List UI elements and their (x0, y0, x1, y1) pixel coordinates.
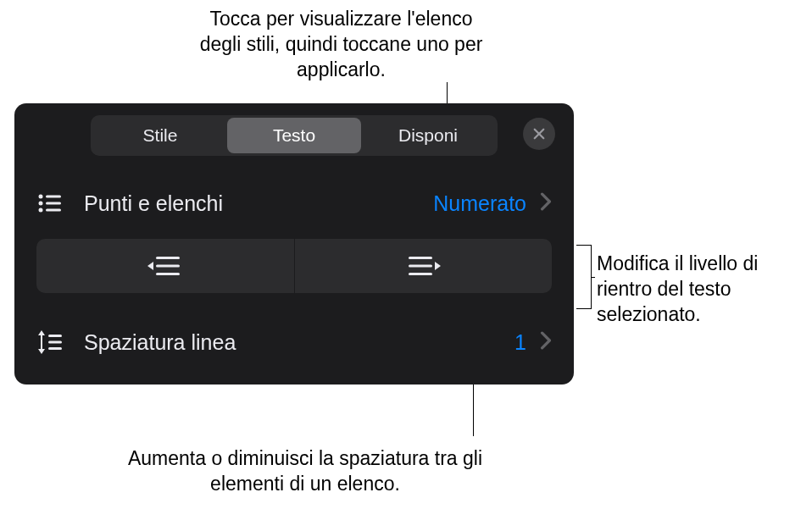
indent-controls (36, 239, 552, 293)
callout-right: Modifica il livello di rientro del testo… (597, 252, 800, 328)
callout-top: Tocca per visualizzare l'elenco degli st… (199, 7, 483, 83)
svg-rect-19 (48, 335, 62, 337)
leader-bracket (576, 245, 592, 309)
tab-style[interactable]: Stile (93, 118, 227, 153)
tab-arrange[interactable]: Disponi (361, 118, 495, 153)
outdent-icon (147, 253, 183, 279)
close-icon (531, 126, 547, 141)
svg-rect-10 (156, 273, 180, 275)
svg-rect-5 (46, 202, 61, 205)
list-icon (36, 190, 64, 217)
svg-point-6 (39, 208, 43, 213)
svg-point-2 (39, 195, 43, 199)
svg-rect-7 (46, 209, 61, 212)
svg-rect-9 (156, 265, 180, 268)
indent-icon (405, 253, 441, 279)
callout-bottom: Aumenta o diminuisci la spaziatura tra g… (119, 446, 492, 497)
line-spacing-label: Spaziatura linea (84, 330, 514, 355)
svg-rect-17 (41, 335, 42, 349)
tab-header: Stile Testo Disponi (14, 115, 574, 171)
chevron-right-icon (540, 192, 552, 214)
svg-rect-3 (46, 196, 61, 198)
svg-marker-18 (38, 349, 45, 354)
line-spacing-value: 1 (514, 330, 526, 355)
svg-rect-12 (409, 257, 432, 259)
outdent-button[interactable] (36, 239, 295, 293)
svg-point-4 (39, 202, 43, 206)
bullets-lists-row[interactable]: Punti e elenchi Numerato (14, 171, 574, 235)
svg-rect-14 (409, 273, 432, 275)
leader-line (592, 277, 595, 278)
line-spacing-row[interactable]: Spaziatura linea 1 (14, 305, 574, 374)
indent-button[interactable] (295, 239, 553, 293)
segmented-control: Stile Testo Disponi (91, 115, 498, 156)
close-button[interactable] (523, 118, 555, 150)
svg-rect-13 (409, 265, 432, 268)
svg-rect-20 (48, 341, 62, 344)
format-panel: Stile Testo Disponi Punti e elenchi Nume… (14, 103, 574, 385)
line-spacing-icon (36, 329, 64, 356)
chevron-right-icon (540, 331, 552, 353)
svg-marker-16 (38, 330, 45, 335)
svg-rect-21 (48, 347, 62, 350)
svg-marker-15 (435, 262, 441, 270)
svg-rect-8 (156, 257, 180, 259)
tab-text[interactable]: Testo (227, 118, 361, 153)
svg-marker-11 (147, 262, 153, 270)
bullets-lists-value: Numerato (433, 191, 526, 216)
bullets-lists-label: Punti e elenchi (84, 191, 433, 216)
